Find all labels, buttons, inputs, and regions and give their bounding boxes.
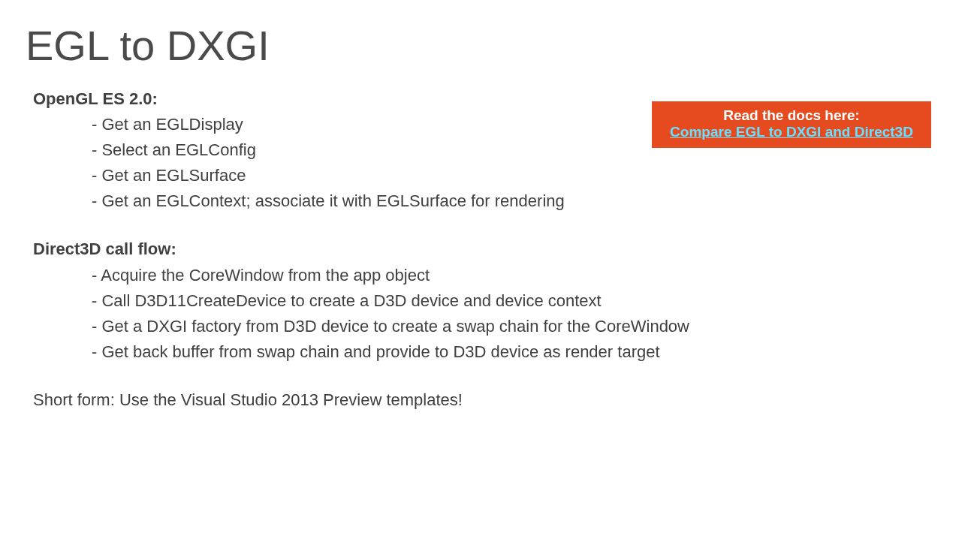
- list-item: - Get an EGLContext; associate it with E…: [92, 188, 951, 214]
- slide-container: EGL to DXGI Read the docs here: Compare …: [0, 0, 980, 551]
- list-item: - Call D3D11CreateDevice to create a D3D…: [92, 288, 951, 314]
- callout-link[interactable]: Compare EGL to DXGI and Direct3D: [659, 124, 924, 140]
- list-item: - Get an EGLSurface: [92, 163, 951, 188]
- list-item: - Get back buffer from swap chain and pr…: [92, 339, 951, 365]
- list-item: - Get a DXGI factory from D3D device to …: [92, 314, 951, 339]
- short-form-text: Short form: Use the Visual Studio 2013 P…: [33, 387, 951, 413]
- list-item: - Acquire the CoreWindow from the app ob…: [92, 263, 951, 288]
- section-direct3d-label: Direct3D call flow:: [33, 236, 951, 262]
- docs-callout: Read the docs here: Compare EGL to DXGI …: [652, 101, 931, 148]
- callout-heading: Read the docs here:: [659, 107, 924, 124]
- slide-title: EGL to DXGI: [26, 21, 951, 70]
